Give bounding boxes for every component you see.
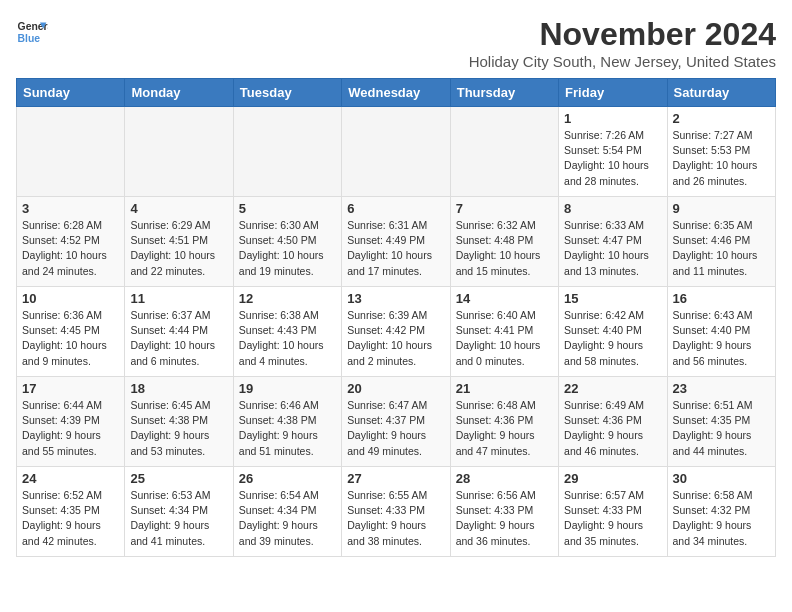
day-cell: 4Sunrise: 6:29 AMSunset: 4:51 PMDaylight… <box>125 197 233 287</box>
day-number: 26 <box>239 471 336 486</box>
day-info: Sunrise: 7:27 AMSunset: 5:53 PMDaylight:… <box>673 128 770 189</box>
day-number: 6 <box>347 201 444 216</box>
day-number: 21 <box>456 381 553 396</box>
weekday-header-row: SundayMondayTuesdayWednesdayThursdayFrid… <box>17 79 776 107</box>
day-cell: 6Sunrise: 6:31 AMSunset: 4:49 PMDaylight… <box>342 197 450 287</box>
title-section: November 2024 Holiday City South, New Je… <box>469 16 776 70</box>
day-info: Sunrise: 6:38 AMSunset: 4:43 PMDaylight:… <box>239 308 336 369</box>
day-cell: 7Sunrise: 6:32 AMSunset: 4:48 PMDaylight… <box>450 197 558 287</box>
day-info: Sunrise: 6:52 AMSunset: 4:35 PMDaylight:… <box>22 488 119 549</box>
day-cell: 20Sunrise: 6:47 AMSunset: 4:37 PMDayligh… <box>342 377 450 467</box>
day-info: Sunrise: 6:49 AMSunset: 4:36 PMDaylight:… <box>564 398 661 459</box>
day-number: 14 <box>456 291 553 306</box>
day-number: 18 <box>130 381 227 396</box>
day-info: Sunrise: 6:29 AMSunset: 4:51 PMDaylight:… <box>130 218 227 279</box>
day-cell: 24Sunrise: 6:52 AMSunset: 4:35 PMDayligh… <box>17 467 125 557</box>
day-cell: 10Sunrise: 6:36 AMSunset: 4:45 PMDayligh… <box>17 287 125 377</box>
day-info: Sunrise: 6:57 AMSunset: 4:33 PMDaylight:… <box>564 488 661 549</box>
logo: General Blue <box>16 16 48 48</box>
day-info: Sunrise: 6:28 AMSunset: 4:52 PMDaylight:… <box>22 218 119 279</box>
day-number: 4 <box>130 201 227 216</box>
day-cell: 25Sunrise: 6:53 AMSunset: 4:34 PMDayligh… <box>125 467 233 557</box>
day-number: 22 <box>564 381 661 396</box>
day-info: Sunrise: 6:44 AMSunset: 4:39 PMDaylight:… <box>22 398 119 459</box>
day-cell: 8Sunrise: 6:33 AMSunset: 4:47 PMDaylight… <box>559 197 667 287</box>
day-number: 10 <box>22 291 119 306</box>
weekday-header-thursday: Thursday <box>450 79 558 107</box>
calendar-table: SundayMondayTuesdayWednesdayThursdayFrid… <box>16 78 776 557</box>
day-cell: 5Sunrise: 6:30 AMSunset: 4:50 PMDaylight… <box>233 197 341 287</box>
weekday-header-wednesday: Wednesday <box>342 79 450 107</box>
week-row-2: 10Sunrise: 6:36 AMSunset: 4:45 PMDayligh… <box>17 287 776 377</box>
day-number: 15 <box>564 291 661 306</box>
day-cell: 9Sunrise: 6:35 AMSunset: 4:46 PMDaylight… <box>667 197 775 287</box>
day-number: 16 <box>673 291 770 306</box>
day-number: 3 <box>22 201 119 216</box>
weekday-header-tuesday: Tuesday <box>233 79 341 107</box>
day-number: 24 <box>22 471 119 486</box>
day-number: 2 <box>673 111 770 126</box>
day-cell: 29Sunrise: 6:57 AMSunset: 4:33 PMDayligh… <box>559 467 667 557</box>
day-cell: 18Sunrise: 6:45 AMSunset: 4:38 PMDayligh… <box>125 377 233 467</box>
day-number: 11 <box>130 291 227 306</box>
day-cell: 28Sunrise: 6:56 AMSunset: 4:33 PMDayligh… <box>450 467 558 557</box>
day-info: Sunrise: 6:56 AMSunset: 4:33 PMDaylight:… <box>456 488 553 549</box>
day-cell <box>233 107 341 197</box>
day-number: 29 <box>564 471 661 486</box>
day-info: Sunrise: 6:30 AMSunset: 4:50 PMDaylight:… <box>239 218 336 279</box>
day-cell: 23Sunrise: 6:51 AMSunset: 4:35 PMDayligh… <box>667 377 775 467</box>
day-cell: 11Sunrise: 6:37 AMSunset: 4:44 PMDayligh… <box>125 287 233 377</box>
day-cell: 22Sunrise: 6:49 AMSunset: 4:36 PMDayligh… <box>559 377 667 467</box>
svg-text:Blue: Blue <box>18 33 41 44</box>
day-number: 13 <box>347 291 444 306</box>
day-info: Sunrise: 6:43 AMSunset: 4:40 PMDaylight:… <box>673 308 770 369</box>
day-info: Sunrise: 6:54 AMSunset: 4:34 PMDaylight:… <box>239 488 336 549</box>
day-info: Sunrise: 6:42 AMSunset: 4:40 PMDaylight:… <box>564 308 661 369</box>
day-number: 12 <box>239 291 336 306</box>
day-cell: 30Sunrise: 6:58 AMSunset: 4:32 PMDayligh… <box>667 467 775 557</box>
day-cell: 2Sunrise: 7:27 AMSunset: 5:53 PMDaylight… <box>667 107 775 197</box>
day-cell: 12Sunrise: 6:38 AMSunset: 4:43 PMDayligh… <box>233 287 341 377</box>
weekday-header-monday: Monday <box>125 79 233 107</box>
day-info: Sunrise: 6:53 AMSunset: 4:34 PMDaylight:… <box>130 488 227 549</box>
day-cell: 15Sunrise: 6:42 AMSunset: 4:40 PMDayligh… <box>559 287 667 377</box>
day-info: Sunrise: 6:31 AMSunset: 4:49 PMDaylight:… <box>347 218 444 279</box>
header: General Blue November 2024 Holiday City … <box>16 16 776 70</box>
day-number: 20 <box>347 381 444 396</box>
day-cell: 14Sunrise: 6:40 AMSunset: 4:41 PMDayligh… <box>450 287 558 377</box>
day-info: Sunrise: 6:46 AMSunset: 4:38 PMDaylight:… <box>239 398 336 459</box>
day-cell <box>450 107 558 197</box>
week-row-1: 3Sunrise: 6:28 AMSunset: 4:52 PMDaylight… <box>17 197 776 287</box>
day-cell: 1Sunrise: 7:26 AMSunset: 5:54 PMDaylight… <box>559 107 667 197</box>
day-number: 25 <box>130 471 227 486</box>
day-info: Sunrise: 6:51 AMSunset: 4:35 PMDaylight:… <box>673 398 770 459</box>
day-info: Sunrise: 6:37 AMSunset: 4:44 PMDaylight:… <box>130 308 227 369</box>
day-number: 8 <box>564 201 661 216</box>
logo-icon: General Blue <box>16 16 48 48</box>
day-cell: 21Sunrise: 6:48 AMSunset: 4:36 PMDayligh… <box>450 377 558 467</box>
day-number: 19 <box>239 381 336 396</box>
day-cell: 26Sunrise: 6:54 AMSunset: 4:34 PMDayligh… <box>233 467 341 557</box>
day-cell <box>342 107 450 197</box>
day-info: Sunrise: 6:33 AMSunset: 4:47 PMDaylight:… <box>564 218 661 279</box>
day-info: Sunrise: 6:45 AMSunset: 4:38 PMDaylight:… <box>130 398 227 459</box>
day-number: 28 <box>456 471 553 486</box>
day-info: Sunrise: 6:58 AMSunset: 4:32 PMDaylight:… <box>673 488 770 549</box>
day-number: 5 <box>239 201 336 216</box>
day-number: 9 <box>673 201 770 216</box>
day-cell <box>17 107 125 197</box>
day-info: Sunrise: 6:55 AMSunset: 4:33 PMDaylight:… <box>347 488 444 549</box>
day-cell: 19Sunrise: 6:46 AMSunset: 4:38 PMDayligh… <box>233 377 341 467</box>
day-info: Sunrise: 6:32 AMSunset: 4:48 PMDaylight:… <box>456 218 553 279</box>
day-cell: 3Sunrise: 6:28 AMSunset: 4:52 PMDaylight… <box>17 197 125 287</box>
day-cell <box>125 107 233 197</box>
weekday-header-saturday: Saturday <box>667 79 775 107</box>
day-cell: 17Sunrise: 6:44 AMSunset: 4:39 PMDayligh… <box>17 377 125 467</box>
day-number: 23 <box>673 381 770 396</box>
day-info: Sunrise: 6:36 AMSunset: 4:45 PMDaylight:… <box>22 308 119 369</box>
day-info: Sunrise: 6:48 AMSunset: 4:36 PMDaylight:… <box>456 398 553 459</box>
day-number: 17 <box>22 381 119 396</box>
day-number: 30 <box>673 471 770 486</box>
weekday-header-sunday: Sunday <box>17 79 125 107</box>
week-row-3: 17Sunrise: 6:44 AMSunset: 4:39 PMDayligh… <box>17 377 776 467</box>
